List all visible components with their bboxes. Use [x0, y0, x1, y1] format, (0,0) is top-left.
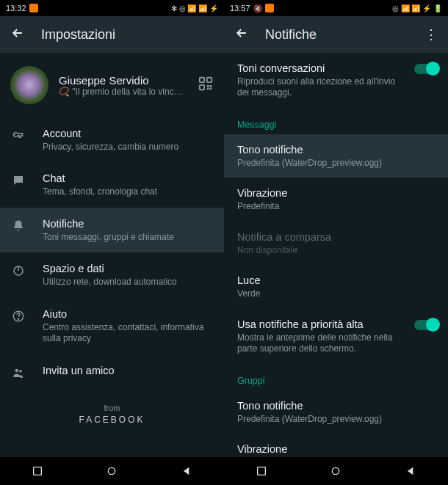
- status-icons: ✻ ◎ 📶 📶 ⚡: [171, 4, 218, 12]
- nav-recent-icon[interactable]: [32, 465, 43, 477]
- profile-status: 📿 "Il premio della vita lo vince chi la.…: [59, 87, 187, 97]
- nav-back-icon[interactable]: [405, 465, 416, 477]
- settings-item-invite[interactable]: Invita un amico: [0, 354, 224, 390]
- notifications-screen: 13:57 🔇 ◎ 📶 📶 ⚡ 🔋 Notifiche ⋮ Toni conve…: [224, 0, 448, 485]
- settings-item-notifications[interactable]: Notifiche Toni messaggi, gruppi e chiama…: [0, 208, 224, 252]
- key-icon: [10, 128, 26, 144]
- qr-code-icon[interactable]: [198, 76, 214, 95]
- nav-back-icon[interactable]: [181, 465, 192, 477]
- svg-point-7: [15, 134, 16, 136]
- setting-light[interactable]: Luce Verde: [224, 265, 448, 308]
- svg-rect-15: [257, 467, 265, 475]
- nav-bar: [0, 457, 224, 485]
- toggle-switch[interactable]: [414, 64, 438, 74]
- svg-rect-0: [200, 78, 204, 82]
- setting-notification-tone[interactable]: Tono notifiche Predefinita (WaterDrop_pr…: [224, 134, 448, 178]
- setting-vibration[interactable]: Vibrazione Predefinita: [224, 178, 448, 221]
- section-header-messaggi: Messaggi: [224, 108, 448, 134]
- svg-point-11: [15, 369, 19, 373]
- section-header-gruppi: Gruppi: [224, 364, 448, 390]
- page-title: Notifiche: [265, 27, 408, 43]
- app-bar: Impostazioni: [0, 16, 224, 53]
- svg-rect-1: [207, 78, 212, 82]
- status-bar: 13:32 ✻ ◎ 📶 📶 ⚡: [0, 0, 224, 16]
- svg-rect-13: [33, 467, 41, 475]
- item-title: Spazio e dati: [43, 262, 214, 276]
- item-sub: Toni messaggi, gruppi e chiamate: [43, 232, 214, 244]
- setting-conversation-tones[interactable]: Toni conversazioni Riproduci suoni alla …: [224, 53, 448, 108]
- settings-item-storage[interactable]: Spazio e dati Utilizzo rete, download au…: [0, 252, 224, 297]
- setting-sub: Predefinita (WaterDrop_preview.ogg): [237, 414, 438, 426]
- people-icon: [10, 365, 26, 381]
- item-title: Account: [43, 127, 214, 141]
- more-icon[interactable]: ⋮: [424, 26, 438, 43]
- setting-title: Tono notifiche: [237, 399, 438, 413]
- svg-point-10: [18, 318, 18, 319]
- status-bar: 13:57 🔇 ◎ 📶 📶 ⚡ 🔋: [224, 0, 448, 16]
- mute-icon: 🔇: [253, 4, 262, 12]
- item-title: Aiuto: [43, 307, 214, 321]
- svg-rect-5: [210, 85, 212, 87]
- status-time: 13:32: [6, 4, 26, 12]
- back-icon[interactable]: [234, 26, 249, 43]
- app-bar: Notifiche ⋮: [224, 16, 448, 53]
- svg-rect-4: [210, 88, 212, 90]
- svg-rect-3: [207, 85, 209, 87]
- svg-point-14: [109, 467, 115, 474]
- item-title: Notifiche: [43, 217, 214, 231]
- setting-title: Vibrazione: [237, 442, 438, 456]
- nav-bar: [224, 457, 448, 485]
- item-sub: Utilizzo rete, download automatico: [43, 277, 214, 288]
- app-badge-icon: [265, 4, 274, 12]
- settings-item-chat[interactable]: Chat Tema, sfondi, cronologia chat: [0, 162, 224, 207]
- svg-point-12: [19, 370, 22, 373]
- setting-popup: Notifica a comparsa Non disponibile: [224, 222, 448, 265]
- setting-title: Toni conversazioni: [237, 62, 405, 76]
- setting-title: Notifica a comparsa: [237, 230, 438, 244]
- setting-group-tone[interactable]: Tono notifiche Predefinita (WaterDrop_pr…: [224, 390, 448, 434]
- help-icon: [10, 308, 26, 324]
- setting-group-vibration[interactable]: Vibrazione Predefinita: [224, 434, 448, 457]
- setting-sub: Predefinita: [237, 201, 438, 213]
- settings-item-help[interactable]: Aiuto Centro assistenza, contattaci, inf…: [0, 298, 224, 354]
- nav-recent-icon[interactable]: [256, 465, 267, 477]
- chat-icon: [10, 172, 26, 189]
- footer-brand: FACEBOOK: [0, 412, 224, 435]
- profile-row[interactable]: Giuseppe Servidio 📿 "Il premio della vit…: [0, 53, 224, 117]
- setting-sub: Mostra le anteprime delle notifiche nell…: [237, 332, 405, 355]
- storage-icon: [10, 263, 26, 279]
- item-sub: Tema, sfondi, cronologia chat: [43, 186, 214, 198]
- setting-title: Usa notifiche a priorità alta: [237, 318, 405, 332]
- status-icons: ◎ 📶 📶 ⚡ 🔋: [392, 4, 442, 12]
- svg-point-16: [333, 467, 339, 474]
- setting-title: Vibrazione: [237, 186, 438, 200]
- avatar: [10, 66, 48, 104]
- app-badge-icon: [29, 4, 38, 12]
- setting-sub: Non disponibile: [237, 245, 438, 257]
- item-sub: Privacy, sicurezza, cambia numero: [43, 142, 214, 153]
- setting-sub: Predefinita (WaterDrop_preview.ogg): [237, 158, 438, 169]
- nav-home-icon[interactable]: [330, 465, 342, 477]
- setting-title: Luce: [237, 274, 438, 288]
- settings-content: Giuseppe Servidio 📿 "Il premio della vit…: [0, 53, 224, 457]
- notifications-content: Toni conversazioni Riproduci suoni alla …: [224, 53, 448, 457]
- bell-icon: [10, 218, 26, 234]
- nav-home-icon[interactable]: [106, 465, 118, 477]
- footer-from: from: [0, 390, 224, 412]
- svg-rect-6: [207, 88, 209, 90]
- settings-screen: 13:32 ✻ ◎ 📶 📶 ⚡ Impostazioni Giuseppe Se…: [0, 0, 224, 485]
- svg-rect-2: [200, 85, 204, 90]
- setting-title: Tono notifiche: [237, 143, 438, 157]
- back-icon[interactable]: [10, 26, 25, 43]
- profile-name: Giuseppe Servidio: [59, 74, 187, 87]
- setting-sub: Riproduci suoni alla ricezione ed all'in…: [237, 76, 405, 99]
- setting-high-priority[interactable]: Usa notifiche a priorità alta Mostra le …: [224, 309, 448, 364]
- toggle-switch[interactable]: [414, 320, 438, 330]
- item-title: Chat: [43, 172, 214, 186]
- item-title: Invita un amico: [43, 364, 214, 378]
- setting-sub: Verde: [237, 288, 438, 300]
- status-time: 13:57: [230, 4, 250, 12]
- page-title: Impostazioni: [41, 27, 214, 43]
- item-sub: Centro assistenza, contattaci, informati…: [43, 322, 214, 345]
- settings-item-account[interactable]: Account Privacy, sicurezza, cambia numer…: [0, 117, 224, 162]
